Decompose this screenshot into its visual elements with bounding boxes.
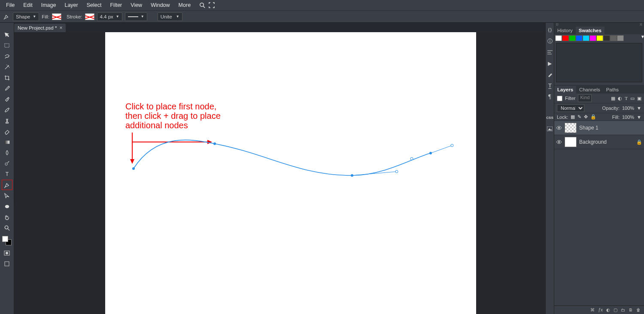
tool-brush[interactable]: [2, 105, 12, 115]
collapse-icon[interactable]: ⟨⟩: [547, 26, 553, 34]
stroke-width-input[interactable]: 4.4 px▼: [97, 12, 122, 21]
mask-icon[interactable]: ▢: [614, 308, 617, 312]
tool-wand[interactable]: [2, 62, 12, 72]
chevron-down-icon[interactable]: ▼: [637, 115, 641, 120]
image-icon[interactable]: [547, 125, 553, 133]
align-icon[interactable]: [547, 48, 553, 56]
tab-layers[interactable]: Layers: [554, 86, 576, 94]
tool-hand[interactable]: [2, 212, 12, 222]
tool-eyedropper[interactable]: [2, 83, 12, 94]
canvas[interactable]: Click to place first node, then click + …: [105, 32, 476, 314]
lock-move-icon[interactable]: ✥: [584, 114, 588, 120]
tab-swatches[interactable]: Swatches: [576, 27, 605, 34]
layer-row[interactable]: Shape 1: [554, 121, 644, 135]
blend-mode-dropdown[interactable]: Normal: [557, 104, 584, 112]
swatch[interactable]: [617, 35, 624, 41]
swatch[interactable]: [583, 35, 589, 41]
play-icon[interactable]: ▶: [547, 60, 553, 67]
visibility-icon[interactable]: [556, 139, 562, 145]
swatch[interactable]: [610, 35, 617, 41]
close-icon[interactable]: ×: [59, 25, 62, 31]
tool-eraser[interactable]: [2, 126, 12, 136]
filter-shape-icon[interactable]: ▭: [630, 96, 635, 101]
info-icon[interactable]: ⓘ: [547, 37, 553, 45]
adjustment-icon[interactable]: ◐: [606, 308, 610, 312]
lock-brush-icon[interactable]: ✎: [577, 114, 581, 120]
swatch[interactable]: [569, 35, 576, 41]
filter-smart-icon[interactable]: ▣: [637, 96, 641, 101]
tool-gradient[interactable]: [2, 137, 12, 147]
tab-paths[interactable]: Paths: [603, 86, 622, 94]
menu-more[interactable]: More: [174, 0, 195, 11]
tool-blur[interactable]: [2, 148, 12, 158]
color-picker[interactable]: [2, 236, 12, 245]
tool-dodge[interactable]: [2, 158, 12, 169]
tool-stamp[interactable]: [2, 115, 12, 126]
menu-image[interactable]: Image: [37, 0, 61, 11]
chevron-down-icon[interactable]: ▼: [637, 106, 641, 111]
link-icon[interactable]: ⌘: [590, 308, 595, 312]
visibility-icon[interactable]: [556, 125, 562, 131]
menu-layer[interactable]: Layer: [60, 0, 82, 11]
mode-dropdown[interactable]: Shape▼: [13, 12, 39, 21]
swatch[interactable]: [555, 35, 562, 41]
filter-kind-dropdown[interactable]: Kind: [578, 94, 592, 102]
fill-opacity-value[interactable]: 100%: [622, 115, 634, 120]
fx-icon[interactable]: ƒx: [598, 308, 603, 312]
brush-icon[interactable]: [547, 71, 553, 78]
trash-icon[interactable]: 🗑: [636, 308, 641, 312]
fullscreen-icon[interactable]: [208, 1, 216, 9]
stroke-style-dropdown[interactable]: ▼: [125, 12, 147, 21]
tool-crop[interactable]: [2, 72, 12, 83]
tool-pen[interactable]: PenPFree PenP: [2, 180, 12, 190]
tool-path-select[interactable]: [2, 190, 12, 201]
tool-heal[interactable]: [2, 94, 12, 104]
search-icon[interactable]: [198, 1, 206, 9]
combine-dropdown[interactable]: Unite▼: [158, 12, 182, 21]
paragraph-icon[interactable]: ¶: [547, 93, 553, 101]
tool-type[interactable]: T: [2, 169, 12, 179]
new-layer-icon[interactable]: 🗎: [629, 308, 633, 312]
tool-marquee[interactable]: [2, 40, 12, 51]
swatch[interactable]: [596, 35, 603, 41]
menu-edit[interactable]: Edit: [19, 0, 37, 11]
layer-thumbnail[interactable]: [565, 123, 577, 133]
lock-all-icon[interactable]: 🔒: [590, 114, 596, 120]
stroke-swatch[interactable]: [85, 13, 94, 20]
tool-lasso[interactable]: [2, 51, 12, 61]
layer-row[interactable]: Background🔒: [554, 135, 644, 149]
tool-zoom[interactable]: [2, 223, 12, 233]
css-icon[interactable]: CSS: [547, 114, 553, 121]
quick-mask-icon[interactable]: [2, 248, 12, 258]
filter-checkbox[interactable]: [557, 96, 562, 101]
swatch-area[interactable]: [556, 43, 642, 82]
filter-image-icon[interactable]: ▦: [611, 96, 615, 101]
menu-filter[interactable]: Filter: [106, 0, 126, 11]
tab-channels[interactable]: Channels: [576, 86, 603, 94]
document-tab[interactable]: New Project.psd * ×: [14, 24, 66, 32]
menu-file[interactable]: File: [2, 0, 19, 11]
tool-move[interactable]: [2, 30, 12, 40]
swatch[interactable]: [576, 35, 583, 41]
layer-thumbnail[interactable]: [565, 137, 577, 147]
character-icon[interactable]: T̲: [547, 82, 553, 90]
menu-window[interactable]: Window: [146, 0, 174, 11]
screen-mode-icon[interactable]: [2, 259, 12, 269]
fill-swatch[interactable]: [52, 13, 61, 20]
tool-shape[interactable]: [2, 201, 12, 211]
menu-view[interactable]: View: [126, 0, 146, 11]
panel-menu-icon[interactable]: ▼: [641, 34, 644, 39]
filter-type-icon[interactable]: T: [625, 96, 628, 101]
svg-point-6: [5, 205, 9, 208]
tab-history[interactable]: History: [554, 27, 576, 34]
opacity-value[interactable]: 100%: [622, 106, 634, 111]
swatch[interactable]: [589, 35, 596, 41]
filter-adjust-icon[interactable]: ◐: [618, 96, 622, 101]
lock-transparency-icon[interactable]: ▩: [571, 114, 575, 120]
menu-select[interactable]: Select: [82, 0, 106, 11]
svg-rect-2: [4, 43, 9, 47]
panel-grip[interactable]: ⟨⟩⟩⟨: [554, 23, 644, 26]
swatch[interactable]: [562, 35, 569, 41]
group-icon[interactable]: 🗀: [621, 308, 625, 312]
swatch[interactable]: [603, 35, 610, 41]
